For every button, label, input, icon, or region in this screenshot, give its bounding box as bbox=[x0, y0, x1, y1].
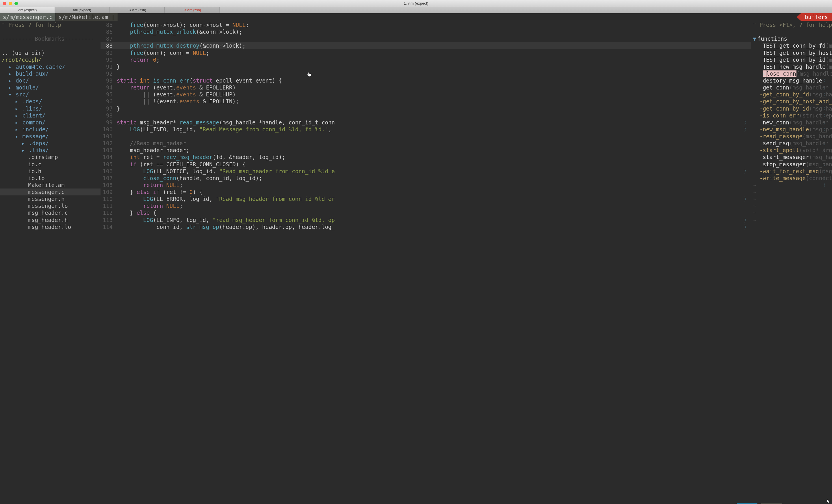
tagbar-fn-send_msg[interactable]: send_msg(msg_handle* 〉 bbox=[751, 140, 832, 147]
chevron-icon: ▸ bbox=[8, 70, 12, 77]
tagbar-fn-TEST_get_conn_by_id[interactable]: TEST_get_conn_by_id(m bbox=[751, 56, 832, 63]
code-line-90[interactable]: 90 return 0; bbox=[101, 56, 751, 63]
nerdtree-dir-src[interactable]: ▾ src/ bbox=[0, 91, 101, 98]
code-line-87[interactable]: 87 bbox=[101, 35, 751, 42]
nerdtree-file-dirstamp[interactable]: .dirstamp bbox=[0, 153, 101, 161]
chevron-icon: ▸ bbox=[15, 105, 19, 112]
code-line-110[interactable]: 110 LOG(LL_ERROR, log_id, "Read msg_head… bbox=[101, 195, 751, 202]
code-line-107[interactable]: 107 close_conn(handle, conn_id, log_id); bbox=[101, 175, 751, 181]
nerdtree-file-ioh[interactable]: io.h bbox=[0, 168, 101, 175]
tagbar-help: " Press <F1>, ? for help bbox=[751, 21, 832, 28]
tagbar-fn-close_conn[interactable]: close_conn(msg_handle〉 bbox=[751, 70, 832, 77]
code-line-108[interactable]: 108 return NULL; bbox=[101, 181, 751, 189]
tagbar-fn-read_message[interactable]: -read_message(msg_hand〉 bbox=[751, 133, 832, 140]
nerdtree-dir-libs[interactable]: ▸ .libs/ bbox=[0, 105, 101, 112]
nerdtree-root[interactable]: /root/cceph/ bbox=[0, 56, 101, 63]
nerdtree-dir-deps[interactable]: ▸ .deps/ bbox=[0, 98, 101, 105]
tagbar-fn-TEST_new_msg_handle[interactable]: TEST_new_msg_handle(m bbox=[751, 63, 832, 70]
nerdtree-file-messengerc[interactable]: messenger.c bbox=[0, 189, 101, 195]
chevron-icon: ▾ bbox=[15, 133, 19, 140]
code-line-111[interactable]: 111 return NULL; bbox=[101, 202, 751, 209]
nerdtree-file-iolo[interactable]: io.lo bbox=[0, 175, 101, 181]
tagbar-fn-stop_messager[interactable]: stop_messager(msg_han〉 bbox=[751, 161, 832, 168]
chevron-icon: ▸ bbox=[8, 84, 12, 91]
terminal-tab-1[interactable]: tail (expect) bbox=[55, 7, 110, 13]
tagbar-fn-TEST_get_conn_by_fd[interactable]: TEST_get_conn_by_fd(m bbox=[751, 42, 832, 49]
code-pane[interactable]: 85 free(conn->host); conn->host = NULL;8… bbox=[101, 21, 751, 503]
buffer-tab-active[interactable]: s/m/messenger.c bbox=[0, 13, 56, 21]
nerdtree-dir-libs[interactable]: ▸ .libs/ bbox=[0, 147, 101, 153]
code-line-95[interactable]: 95 || (event.events & EPOLLHUP) bbox=[101, 91, 751, 98]
code-line-98[interactable]: 98 bbox=[101, 112, 751, 119]
tagbar-fn-start_epoll[interactable]: -start_epoll(void* arg) bbox=[751, 147, 832, 153]
nerdtree-dir-deps[interactable]: ▸ .deps/ bbox=[0, 140, 101, 147]
code-line-109[interactable]: 109 } else if (ret != 0) { bbox=[101, 189, 751, 195]
tagbar-fn-new_conn[interactable]: new_conn(msg_handle* 〉 bbox=[751, 119, 832, 126]
close-window-button[interactable] bbox=[3, 2, 6, 5]
tagbar-section-functions[interactable]: ▼functions bbox=[751, 35, 832, 42]
code-line-106[interactable]: 106 LOG(LL_NOTICE, log_id, "Read msg_hea… bbox=[101, 168, 751, 175]
buffers-label[interactable]: buffers bbox=[801, 13, 832, 21]
nerdtree-pane[interactable]: " Press ? for help ----------Bookmarks--… bbox=[0, 21, 101, 503]
minimize-window-button[interactable] bbox=[9, 2, 12, 5]
nerdtree-file-msg_headerlo[interactable]: msg_header.lo bbox=[0, 223, 101, 230]
code-line-114[interactable]: 114 conn_id, str_msg_op(header.op), head… bbox=[101, 223, 751, 230]
nerdtree-file-msg_headerc[interactable]: msg_header.c bbox=[0, 209, 101, 216]
nerdtree-dir-module[interactable]: ▸ module/ bbox=[0, 84, 101, 91]
tagbar-fn-start_messager[interactable]: start_messager(msg_ha〉 bbox=[751, 153, 832, 161]
code-line-96[interactable]: 96 || !(event.events & EPOLLIN); bbox=[101, 98, 751, 105]
code-line-92[interactable]: 92 bbox=[101, 70, 751, 77]
tagbar-pane[interactable]: " Press <F1>, ? for help ▼functions TEST… bbox=[751, 21, 832, 503]
code-line-99[interactable]: 99static msg_header* read_message(msg_ha… bbox=[101, 119, 751, 126]
nerdtree-dir-include[interactable]: ▸ include/ bbox=[0, 126, 101, 133]
window-title: 1. vim (expect) bbox=[404, 1, 428, 5]
code-line-91[interactable]: 91} bbox=[101, 63, 751, 70]
tagbar-fn-destory_msg_handle[interactable]: destory_msg_handle〉 bbox=[751, 77, 832, 84]
tagbar-fn-TEST_get_conn_by_host[interactable]: TEST_get_conn_by_host〉 bbox=[751, 49, 832, 56]
code-line-88[interactable]: 88 pthread_mutex_destroy(&conn->lock); bbox=[101, 42, 751, 49]
nerdtree-up-dir[interactable]: .. (up a dir) bbox=[0, 49, 101, 56]
code-line-93[interactable]: 93static int is_conn_err(struct epoll_ev… bbox=[101, 77, 751, 84]
nerdtree-help: " Press ? for help bbox=[0, 21, 101, 28]
chevron-icon: ▸ bbox=[15, 119, 19, 126]
code-line-104[interactable]: 104 int ret = recv_msg_header(fd, &heade… bbox=[101, 153, 751, 161]
tagbar-fn-is_conn_err[interactable]: -is_conn_err(struct ep〉 bbox=[751, 112, 832, 119]
code-line-85[interactable]: 85 free(conn->host); conn->host = NULL; bbox=[101, 21, 751, 28]
nerdtree-file-messengerh[interactable]: messenger.h bbox=[0, 195, 101, 202]
nerdtree-dir-client[interactable]: ▸ client/ bbox=[0, 112, 101, 119]
nerdtree-file-ioc[interactable]: io.c bbox=[0, 161, 101, 168]
nerdtree-dir-common[interactable]: ▸ common/ bbox=[0, 119, 101, 126]
terminal-tab-0[interactable]: vim (expect) bbox=[0, 7, 55, 13]
tagbar-fn-get_conn[interactable]: get_conn(msg_handle* 〉 bbox=[751, 84, 832, 91]
tagbar-fn-get_conn_by_id[interactable]: -get_conn_by_id(msg_ha〉 bbox=[751, 105, 832, 112]
tagbar-fn-new_msg_handle[interactable]: -new_msg_handle(msg_pr〉 bbox=[751, 126, 832, 133]
nerdtree-dir-buildaux[interactable]: ▸ build-aux/ bbox=[0, 70, 101, 77]
nerdtree-dir-message[interactable]: ▾ message/ bbox=[0, 133, 101, 140]
code-line-113[interactable]: 113 LOG(LL_INFO, log_id, "read msg_heade… bbox=[101, 217, 751, 223]
maximize-window-button[interactable] bbox=[15, 2, 18, 5]
code-line-103[interactable]: 103 msg_header header; bbox=[101, 147, 751, 153]
nerdtree-file-Makefileam[interactable]: Makefile.am bbox=[0, 181, 101, 189]
code-line-112[interactable]: 112 } else { bbox=[101, 209, 751, 216]
code-line-94[interactable]: 94 return (event.events & EPOLLERR) bbox=[101, 84, 751, 91]
tagbar-fn-get_conn_by_fd[interactable]: -get_conn_by_fd(msg_ha〉 bbox=[751, 91, 832, 98]
chevron-icon: ▸ bbox=[15, 98, 19, 105]
code-line-102[interactable]: 102 //Read msg_hedaer bbox=[101, 140, 751, 147]
tagbar-fn-get_conn_by_host_and_[interactable]: -get_conn_by_host_and_〉 bbox=[751, 98, 832, 105]
code-line-97[interactable]: 97} bbox=[101, 105, 751, 112]
terminal-tab-3[interactable]: ~/.vim (zsh) bbox=[165, 7, 219, 13]
line-overflow-icon: 〉 bbox=[823, 181, 829, 189]
code-line-100[interactable]: 100 LOG(LL_INFO, log_id, "Read Message f… bbox=[101, 126, 751, 133]
nerdtree-file-msg_headerh[interactable]: msg_header.h bbox=[0, 217, 101, 223]
nerdtree-dir-doc[interactable]: ▸ doc/ bbox=[0, 77, 101, 84]
code-line-86[interactable]: 86 pthread_mutex_unlock(&conn->lock); bbox=[101, 28, 751, 35]
code-line-101[interactable]: 101 bbox=[101, 133, 751, 140]
buffer-tab-inactive[interactable]: s/m/Makefile.am | bbox=[56, 13, 118, 21]
code-line-89[interactable]: 89 free(conn); conn = NULL; bbox=[101, 49, 751, 56]
nerdtree-dir-autom4tecache[interactable]: ▸ autom4te.cache/ bbox=[0, 63, 101, 70]
tagbar-fn-wait_for_next_msg[interactable]: -wait_for_next_msg(msg〉 bbox=[751, 168, 832, 175]
nerdtree-file-messengerlo[interactable]: messenger.lo bbox=[0, 202, 101, 209]
code-line-105[interactable]: 105 if (ret == CCEPH_ERR_CONN_CLOSED) { bbox=[101, 161, 751, 168]
terminal-tab-2[interactable]: ~/.vim (ssh) bbox=[110, 7, 165, 13]
tagbar-fn-write_message[interactable]: -write_message(connect〉 bbox=[751, 175, 832, 181]
